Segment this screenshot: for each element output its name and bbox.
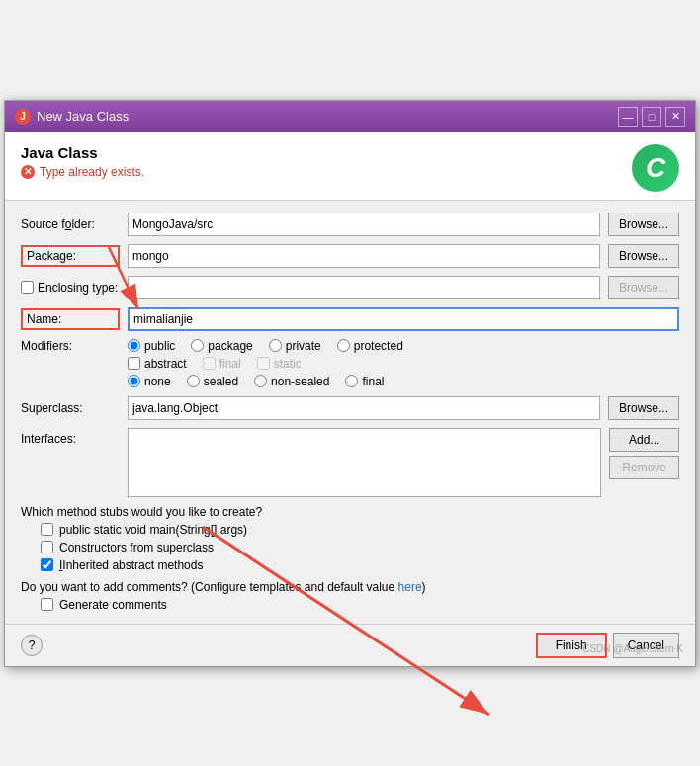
modifiers-section: Modifiers: public package private bbox=[21, 339, 679, 388]
dialog-title: Java Class bbox=[21, 144, 144, 161]
enclosing-type-checkbox[interactable] bbox=[21, 281, 34, 294]
modifier-sealed: sealed bbox=[187, 375, 238, 388]
enclosing-type-label: Enclosing type: bbox=[38, 281, 118, 295]
modifier-static: static bbox=[257, 357, 302, 371]
name-label: Name: bbox=[21, 308, 120, 330]
stub2-checkbox[interactable] bbox=[41, 541, 53, 553]
logo-icon: C bbox=[632, 144, 679, 192]
superclass-browse-button[interactable]: Browse... bbox=[608, 396, 679, 420]
modifier-abstract: abstract bbox=[128, 357, 187, 371]
modifier-public: public bbox=[128, 339, 175, 353]
stub-item-2: Constructors from superclass bbox=[21, 541, 679, 554]
generate-comments-checkbox[interactable] bbox=[41, 598, 53, 611]
stub3-checkbox[interactable] bbox=[41, 558, 53, 571]
minimize-button[interactable]: — bbox=[618, 107, 638, 127]
superclass-label: Superclass: bbox=[21, 401, 120, 415]
package-row: Package: Browse... bbox=[21, 244, 679, 268]
enclosing-type-input[interactable] bbox=[128, 276, 600, 299]
package-label: Package: bbox=[21, 245, 120, 267]
comments-question: Do you want to add comments? (Configure … bbox=[21, 580, 679, 594]
interfaces-box bbox=[128, 428, 601, 497]
stubs-question: Which method stubs would you like to cre… bbox=[21, 505, 679, 519]
watermark: CSDN @Augenstern·K bbox=[582, 643, 683, 654]
dialog-content: Source folder: Browse... Package: Browse… bbox=[5, 201, 695, 624]
source-folder-label: Source folder: bbox=[21, 217, 120, 231]
modifier-final: final bbox=[203, 357, 241, 371]
comments-section: Do you want to add comments? (Configure … bbox=[21, 580, 679, 612]
modifiers-row3: none sealed non-sealed final bbox=[128, 375, 679, 388]
remove-interface-button[interactable]: Remove bbox=[609, 456, 679, 479]
source-folder-browse-button[interactable]: Browse... bbox=[608, 213, 679, 236]
modifier-protected: protected bbox=[337, 339, 403, 353]
modifiers-label: Modifiers: bbox=[21, 339, 120, 353]
stub1-label: public static void main(String[] args) bbox=[59, 523, 247, 537]
modifiers-grid: public package private protected bbox=[128, 339, 679, 388]
help-button[interactable]: ? bbox=[21, 635, 43, 656]
title-bar-icon: J bbox=[15, 109, 31, 125]
add-interface-button[interactable]: Add... bbox=[609, 428, 679, 452]
close-button[interactable]: ✕ bbox=[665, 107, 685, 127]
interfaces-label: Interfaces: bbox=[21, 428, 120, 446]
interfaces-buttons: Add... Remove bbox=[609, 428, 679, 479]
stub2-label: Constructors from superclass bbox=[59, 541, 214, 554]
name-input[interactable] bbox=[128, 307, 679, 331]
stub-item-1: public static void main(String[] args) bbox=[21, 523, 679, 537]
generate-comments-label: Generate comments bbox=[59, 598, 167, 612]
package-browse-button[interactable]: Browse... bbox=[608, 244, 679, 268]
package-input[interactable] bbox=[128, 244, 600, 268]
generate-comments-row: Generate comments bbox=[21, 598, 679, 612]
stub3-label: IInherited abstract methods bbox=[59, 558, 203, 572]
modifier-package: package bbox=[191, 339, 252, 353]
enclosing-type-row: Enclosing type: Browse... bbox=[21, 276, 679, 299]
dialog-header: Java Class ✕ Type already exists. C bbox=[5, 132, 695, 201]
modifier-none: none bbox=[128, 375, 171, 388]
interfaces-row: Interfaces: Add... Remove bbox=[21, 428, 679, 497]
comments-link[interactable]: here bbox=[398, 580, 422, 594]
superclass-row: Superclass: Browse... bbox=[21, 396, 679, 420]
modifiers-row1: public package private protected bbox=[128, 339, 679, 353]
source-folder-input[interactable] bbox=[128, 213, 600, 236]
title-bar: J New Java Class — □ ✕ bbox=[5, 101, 695, 132]
error-icon: ✕ bbox=[21, 165, 35, 179]
stubs-section: Which method stubs would you like to cre… bbox=[21, 505, 679, 572]
modifier-non-sealed: non-sealed bbox=[254, 375, 329, 388]
title-bar-controls: — □ ✕ bbox=[618, 107, 685, 127]
source-folder-row: Source folder: Browse... bbox=[21, 213, 679, 236]
modifier-final3: final bbox=[345, 375, 384, 388]
enclosing-type-browse-button[interactable]: Browse... bbox=[608, 276, 679, 299]
name-row: Name: bbox=[21, 307, 679, 331]
title-bar-title: New Java Class bbox=[37, 109, 129, 124]
stub1-checkbox[interactable] bbox=[41, 523, 53, 536]
stub-item-3: IInherited abstract methods bbox=[21, 558, 679, 572]
maximize-button[interactable]: □ bbox=[642, 107, 661, 127]
modifier-private: private bbox=[269, 339, 321, 353]
superclass-input[interactable] bbox=[128, 396, 600, 420]
modifiers-row2: abstract final static bbox=[128, 357, 679, 371]
error-message: ✕ Type already exists. bbox=[21, 165, 144, 179]
